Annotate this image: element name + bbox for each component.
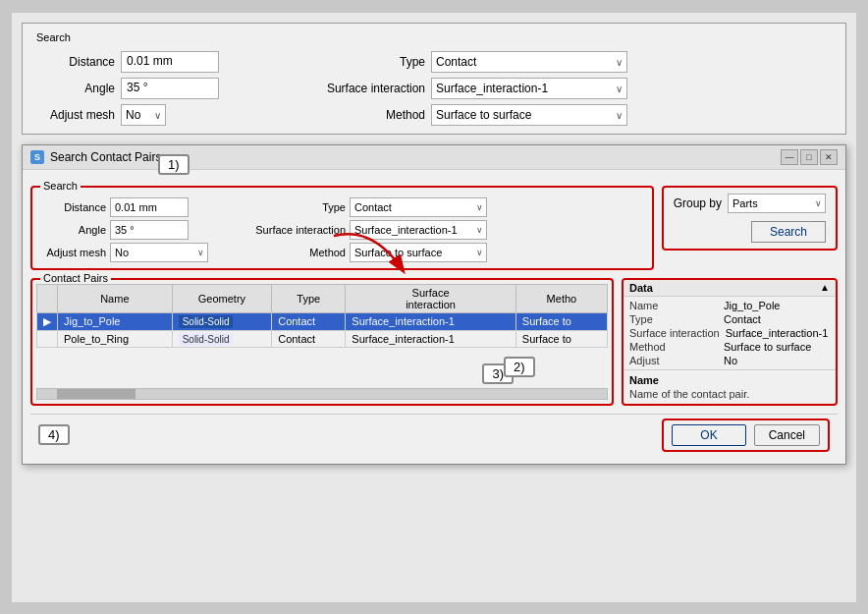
top-adjust-select[interactable]: No Yes [121,104,166,126]
dlg-method-label: Method [238,247,346,258]
col-arrow [37,284,58,312]
group-by-label: Group by [674,196,722,210]
row-surface: Surface_interaction-1 [346,330,515,347]
top-method-label: Method [298,108,425,122]
table-row[interactable]: ▶ Jig_to_Pole Solid-Solid Contact Surfac… [37,312,608,330]
top-type-label: Type [298,55,425,69]
row-name: Jig_to_Pole [58,312,173,330]
num-label-2: 2) [504,357,535,377]
top-surface-label: Surface interaction [298,82,425,95]
dlg-type-label: Type [238,201,346,213]
dialog-titlebar: S Search Contact Pairs — □ ✕ [23,145,845,170]
dlg-angle-input[interactable] [110,220,189,240]
horizontal-scrollbar[interactable] [36,388,608,400]
dialog-title: Search Contact Pairs [50,150,161,164]
dlg-surface-select[interactable]: Surface_interaction-1 [350,220,487,240]
col-method: Metho [515,284,607,312]
dlg-adjust-select[interactable]: No Yes [110,243,208,262]
row-arrow [37,330,58,347]
col-geometry: Geometry [172,284,272,312]
close-button[interactable]: ✕ [820,149,838,165]
name-section-desc: Name of the contact pair. [629,388,830,400]
top-surface-select[interactable]: Surface_interaction-1 [431,78,627,99]
search-button[interactable]: Search [751,221,826,243]
dlg-adjust-label: Adjust mesh [42,247,106,258]
data-row-method: Method Surface to surface [624,340,836,354]
top-angle-input[interactable]: 35 ° [121,78,219,99]
top-type-select[interactable]: Contact [431,51,627,73]
dlg-method-select[interactable]: Surface to surface [350,243,487,262]
data-name-section: Name Name of the contact pair. [624,369,836,404]
top-angle-label: Angle [36,82,115,95]
data-panel-header: Data ▲ [624,280,836,297]
data-row-name: Name Jig_to_Pole [624,299,836,312]
row-method: Surface to [515,330,607,347]
data-rows: Name Jig_to_Pole Type Contact Surface in… [624,297,836,369]
data-panel-scroll-up[interactable]: ▲ [820,282,830,293]
top-distance-input[interactable]: 0.01 mm [121,51,219,73]
cancel-button[interactable]: Cancel [754,424,820,446]
row-geometry: Solid-Solid [172,312,272,330]
name-section-title: Name [629,374,830,386]
ok-button[interactable]: OK [672,424,745,446]
contact-pairs-table: Name Geometry Type Surfaceinteraction Me… [36,284,608,348]
row-type: Contact [272,330,346,347]
row-type: Contact [272,312,346,330]
minimize-button[interactable]: — [781,149,798,165]
num-label-4: 4) [38,424,70,445]
top-distance-label: Distance [36,55,115,69]
row-surface: Surface_interaction-1 [346,312,515,330]
maximize-button[interactable]: □ [800,149,818,165]
data-panel: Data ▲ Name Jig_to_Pole Type Contact [622,278,838,406]
dialog-footer: 4) OK Cancel [30,414,838,456]
dlg-distance-input[interactable] [110,197,189,217]
window-controls[interactable]: — □ ✕ [781,149,838,165]
data-row-adjust: Adjust No [624,354,836,367]
dlg-surface-label: Surface interaction [238,224,346,236]
row-arrow: ▶ [37,312,58,330]
table-row[interactable]: Pole_to_Ring Solid-Solid Contact Surface… [37,330,608,347]
group-by-select[interactable]: Parts [728,194,826,213]
row-method: Surface to [515,312,607,330]
top-method-select[interactable]: Surface to surface [431,104,627,126]
col-name: Name [58,284,173,312]
top-section-label: Search [36,31,832,43]
data-row-surface: Surface interaction Surface_interaction-… [624,326,836,340]
top-adjust-label: Adjust mesh [36,108,115,122]
search-section-label: Search [40,180,81,192]
contact-pairs-label: Contact Pairs [40,272,111,284]
data-row-type: Type Contact [624,312,836,326]
row-geometry: Solid-Solid [172,330,272,347]
num-label-1: 1) [158,154,190,175]
dlg-angle-label: Angle [42,224,106,236]
dialog-icon: S [30,150,44,164]
dlg-type-select[interactable]: Contact [350,197,487,217]
col-surface: Surfaceinteraction [346,284,515,312]
row-name: Pole_to_Ring [58,330,173,347]
dlg-distance-label: Distance [42,201,106,213]
col-type: Type [272,284,346,312]
